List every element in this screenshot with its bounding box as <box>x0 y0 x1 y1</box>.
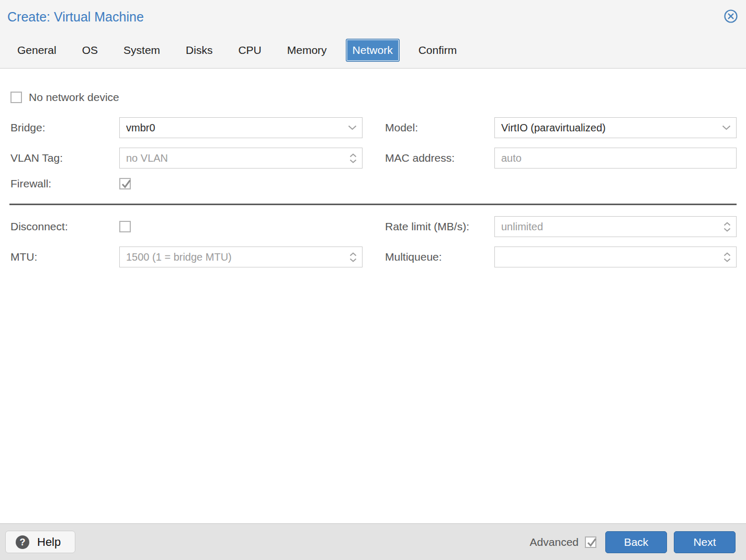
model-combo[interactable] <box>494 117 737 138</box>
vlan-tag-label: VLAN Tag: <box>10 152 119 164</box>
model-input[interactable] <box>501 122 719 134</box>
no-network-device-checkbox[interactable] <box>10 92 22 103</box>
spinner-down-icon[interactable] <box>349 258 357 262</box>
next-button[interactable]: Next <box>674 531 736 553</box>
advanced-label: Advanced <box>530 536 579 548</box>
tab-general[interactable]: General <box>17 44 56 57</box>
mtu-label: MTU: <box>10 251 119 263</box>
model-label: Model: <box>363 121 494 134</box>
rate-limit-spinner[interactable] <box>494 216 737 237</box>
tab-disks[interactable]: Disks <box>186 44 212 57</box>
back-button[interactable]: Back <box>605 531 667 553</box>
mtu-input[interactable] <box>126 251 346 263</box>
disconnect-checkbox[interactable] <box>119 221 131 232</box>
rate-limit-label: Rate limit (MB/s): <box>363 220 494 233</box>
tab-confirm[interactable]: Confirm <box>419 44 457 57</box>
firewall-label: Firewall: <box>10 177 119 190</box>
dialog-footer: ? Help Advanced Back Next <box>0 523 746 560</box>
no-network-device-row: No network device <box>10 92 737 103</box>
vlan-mac-row: VLAN Tag: MAC address: <box>10 148 737 169</box>
advanced-checkbox[interactable] <box>585 536 596 548</box>
firewall-row: Firewall: <box>10 178 737 189</box>
question-icon: ? <box>16 535 29 549</box>
dialog-header: Create: Virtual Machine General OS Syste… <box>0 0 746 69</box>
chevron-down-icon[interactable] <box>345 125 357 130</box>
bridge-model-row: Bridge: Model: <box>10 117 737 138</box>
bridge-input[interactable] <box>126 122 345 134</box>
tab-system[interactable]: System <box>123 44 160 57</box>
multiqueue-spinner[interactable] <box>494 247 737 267</box>
mac-address-field[interactable] <box>494 148 737 169</box>
no-network-device-label: No network device <box>29 91 119 104</box>
mac-address-input[interactable] <box>501 152 731 164</box>
create-vm-dialog: Create: Virtual Machine General OS Syste… <box>0 0 746 560</box>
spinner-up-icon[interactable] <box>724 252 731 256</box>
mtu-spinner[interactable] <box>119 247 363 267</box>
spinner-down-icon[interactable] <box>724 228 731 232</box>
spinner-up-icon[interactable] <box>349 252 357 256</box>
network-tab-panel: No network device Bridge: Model: VLAN Ta… <box>0 69 746 523</box>
check-icon <box>120 178 132 190</box>
tab-network[interactable]: Network <box>346 39 400 62</box>
bridge-label: Bridge: <box>10 121 119 134</box>
spinner-down-icon[interactable] <box>724 258 731 262</box>
multiqueue-label: Multiqueue: <box>363 251 494 263</box>
check-icon <box>586 537 597 548</box>
vlan-tag-input[interactable] <box>126 152 346 164</box>
tab-bar: General OS System Disks CPU Memory Netwo… <box>17 44 746 57</box>
spinner-up-icon[interactable] <box>724 222 731 226</box>
multiqueue-input[interactable] <box>501 251 720 263</box>
close-icon[interactable] <box>724 9 738 24</box>
mtu-multiqueue-row: MTU: Multiqueue: <box>10 247 737 267</box>
tab-memory[interactable]: Memory <box>287 44 327 57</box>
disconnect-label: Disconnect: <box>10 220 119 233</box>
mac-address-label: MAC address: <box>363 152 494 164</box>
rate-limit-input[interactable] <box>501 221 720 233</box>
firewall-checkbox[interactable] <box>119 178 131 189</box>
disconnect-ratelimit-row: Disconnect: Rate limit (MB/s): <box>10 216 737 237</box>
chevron-down-icon[interactable] <box>719 125 731 130</box>
tab-cpu[interactable]: CPU <box>238 44 261 57</box>
spinner-up-icon[interactable] <box>349 153 357 158</box>
dialog-title: Create: Virtual Machine <box>7 9 746 24</box>
vlan-tag-spinner[interactable] <box>119 148 363 169</box>
help-button-label: Help <box>37 535 61 549</box>
tab-os[interactable]: OS <box>82 44 98 57</box>
advanced-section-divider <box>9 204 737 205</box>
spinner-down-icon[interactable] <box>349 159 357 163</box>
help-button[interactable]: ? Help <box>5 531 75 553</box>
bridge-combo[interactable] <box>119 117 363 138</box>
